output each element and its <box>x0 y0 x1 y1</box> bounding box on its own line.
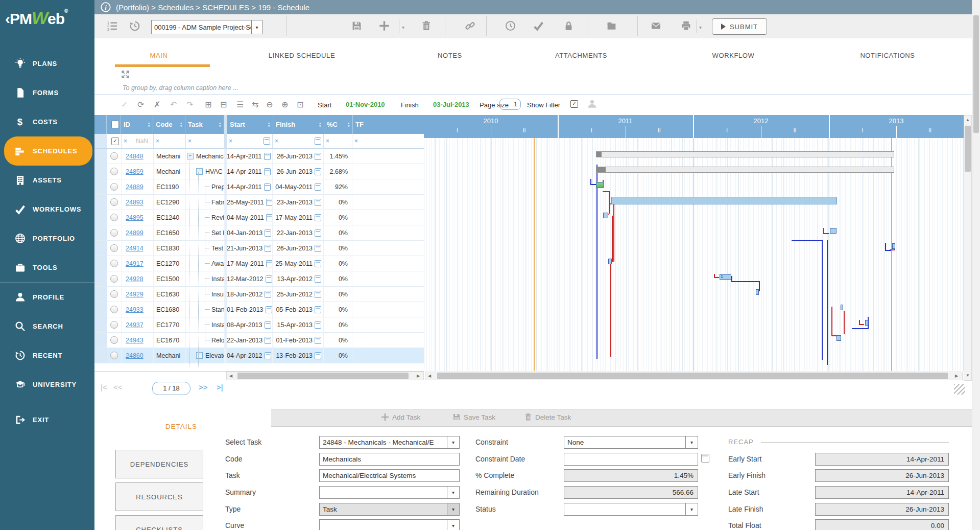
task-id-link[interactable]: 24929 <box>126 291 144 298</box>
sidebar-item-recent[interactable]: RECENT <box>0 341 94 370</box>
table-row-24859[interactable]: 24859Mechani−HVAC14-Apr-201126-Jun-20132… <box>94 164 424 179</box>
sidebar-item-university[interactable]: UNIVERSITY <box>0 370 94 399</box>
filter-code[interactable]: × <box>154 134 186 149</box>
calendar-icon[interactable] <box>265 352 271 359</box>
assigned-user-button[interactable] <box>587 99 597 111</box>
calendar-icon[interactable] <box>315 321 321 329</box>
column-header-task[interactable]: Task▲▼ <box>185 115 224 134</box>
calendar-icon[interactable] <box>315 306 321 313</box>
details-tab-checklists[interactable]: CHECKLISTS <box>115 515 203 530</box>
calendar-icon[interactable] <box>315 260 321 267</box>
row-radio[interactable] <box>110 321 118 329</box>
gantt-bar-row6[interactable] <box>830 228 836 234</box>
tab-attachments[interactable]: ATTACHMENTS <box>555 52 607 59</box>
mid-constraint-date-field[interactable] <box>564 453 698 466</box>
toolbar-link-button[interactable] <box>465 20 475 33</box>
row-select[interactable] <box>107 179 122 194</box>
row-select[interactable] <box>107 225 122 240</box>
sidebar-item-search[interactable]: SEARCH <box>0 312 94 341</box>
action-delete-task[interactable]: Delete Task <box>524 413 571 421</box>
column-header-pctc[interactable]: %C▲▼ <box>324 115 353 134</box>
gantt-hscroll-right[interactable]: ▶ <box>955 374 958 378</box>
table-row-24914[interactable]: 24914EC1830Test a21-Jun-201326-Jun-20130… <box>94 241 424 256</box>
table-row-24917[interactable]: 24917EC1270Awar17-May-201125-May-20110% <box>94 256 424 271</box>
table-row-24889[interactable]: 24889EC1190Prepa14-Apr-201104-May-201192… <box>94 179 424 195</box>
filter-start[interactable]: × <box>227 134 273 149</box>
left-code-field[interactable]: Mechanicals <box>319 453 460 466</box>
tab-notifications[interactable]: NOTIFICATIONS <box>860 52 915 59</box>
calendar-icon[interactable] <box>265 229 271 237</box>
gantt-bar-row10[interactable] <box>756 289 759 295</box>
toolbar-folder-button[interactable] <box>606 20 617 33</box>
gantt-hscroll-thumb[interactable] <box>437 373 948 379</box>
calendar-icon[interactable] <box>265 321 271 329</box>
calendar-icon[interactable] <box>264 168 271 175</box>
calendar-icon[interactable] <box>315 229 321 237</box>
grid-toolbar-expand-all-button[interactable]: ⊞ <box>205 100 211 109</box>
table-row-24943[interactable]: 24943EC1670Reloc22-Jan-201301-Feb-20130% <box>94 333 424 348</box>
row-select[interactable] <box>107 348 122 363</box>
tab-main[interactable]: MAIN <box>150 52 168 59</box>
chevron-down-icon[interactable]: ▾ <box>447 487 459 498</box>
gantt-hscroll-left[interactable]: ◀ <box>428 374 431 378</box>
clear-filter-icon[interactable]: × <box>188 137 192 145</box>
breadcrumb-portfolio-link[interactable]: (Portfolio) <box>116 3 149 12</box>
row-radio[interactable] <box>110 198 118 206</box>
gantt-bar-row4[interactable] <box>611 197 837 204</box>
row-radio[interactable] <box>110 275 118 283</box>
calendar-icon[interactable] <box>315 137 321 145</box>
grid-toolbar-row-list-button[interactable]: ☰ <box>236 100 244 109</box>
tab-notes[interactable]: NOTES <box>438 52 462 59</box>
row-radio[interactable] <box>110 152 118 160</box>
print-dropdown-caret[interactable]: ▾ <box>699 25 702 30</box>
table-row-24928[interactable]: 24928EC1500Instal12-Mar-201213-Apr-20120… <box>94 271 424 287</box>
constraint-date-picker[interactable] <box>701 454 709 465</box>
grid-toolbar-collapse-all-button[interactable]: ⊟ <box>220 100 227 109</box>
task-id-link[interactable]: 24893 <box>126 199 144 206</box>
grid-toolbar-apply-check-button[interactable]: ✓ <box>121 100 128 109</box>
row-select[interactable] <box>107 149 122 164</box>
gantt-bar-row7[interactable] <box>892 243 895 249</box>
gantt-bar-row2[interactable] <box>596 167 894 173</box>
grid-toolbar-zoom-in-button[interactable]: ⊕ <box>281 100 288 109</box>
action-add-task[interactable]: Add Task <box>381 413 420 421</box>
row-select[interactable] <box>107 287 122 302</box>
table-hscroll-thumb[interactable] <box>237 373 409 379</box>
calendar-icon[interactable] <box>315 183 321 191</box>
toolbar-lock-button[interactable] <box>563 20 574 33</box>
gantt-bar-row11[interactable] <box>841 305 843 310</box>
gantt-bar-row12[interactable] <box>865 320 868 326</box>
sidebar-item-assets[interactable]: ASSETS <box>0 166 94 195</box>
sidebar-item-workflows[interactable]: WORKFLOWS <box>0 195 94 224</box>
row-select[interactable] <box>107 333 122 348</box>
clear-filter-icon[interactable]: × <box>229 137 232 145</box>
grid-toolbar-refresh-button[interactable]: ⟳ <box>137 100 144 109</box>
toolbar-plus-button[interactable] <box>379 20 390 33</box>
sidebar-item-costs[interactable]: $COSTS <box>0 107 94 136</box>
collapse-icon[interactable]: − <box>187 153 194 159</box>
calendar-icon[interactable] <box>315 352 321 359</box>
tab-linked-schedule[interactable]: LINKED SCHEDULE <box>269 52 335 59</box>
table-row-24860[interactable]: 24860Mechani−Elevato04-Apr-201213-Feb-20… <box>94 348 424 363</box>
calendar-icon[interactable] <box>315 214 321 221</box>
calendar-icon[interactable] <box>264 137 270 145</box>
pagination-last[interactable]: >| <box>217 383 223 391</box>
grid-toolbar-zoom-out-button[interactable]: ⊖ <box>266 100 273 109</box>
calendar-icon[interactable] <box>266 260 273 267</box>
chevron-down-icon[interactable]: ▾ <box>251 20 262 34</box>
calendar-icon[interactable] <box>264 183 271 191</box>
row-radio[interactable] <box>110 290 118 298</box>
gantt-bar-row3[interactable] <box>596 182 604 188</box>
calendar-icon[interactable] <box>315 291 321 298</box>
table-row-24899[interactable]: 24899EC1650Set H04-Jan-201322-Jan-20130% <box>94 225 424 241</box>
filter-pct[interactable]: × <box>324 134 352 149</box>
row-select[interactable] <box>107 195 122 210</box>
toolbar-numbered-list-button[interactable]: 123 <box>107 20 118 34</box>
show-filter-checkbox[interactable]: ✓ <box>570 100 578 108</box>
gantt-bar-row9[interactable]: 1 <box>720 274 731 280</box>
toolbar-history-button[interactable] <box>129 20 140 34</box>
gantt-bar-row1[interactable] <box>596 151 894 157</box>
filter-tf[interactable]: × <box>352 134 424 149</box>
table-row-24929[interactable]: 24929EC1630Insula18-Jun-201225-Jun-20120… <box>94 287 424 302</box>
table-row-24893[interactable]: 24893EC1290Fabric25-May-201123-Jan-20130… <box>94 195 424 210</box>
